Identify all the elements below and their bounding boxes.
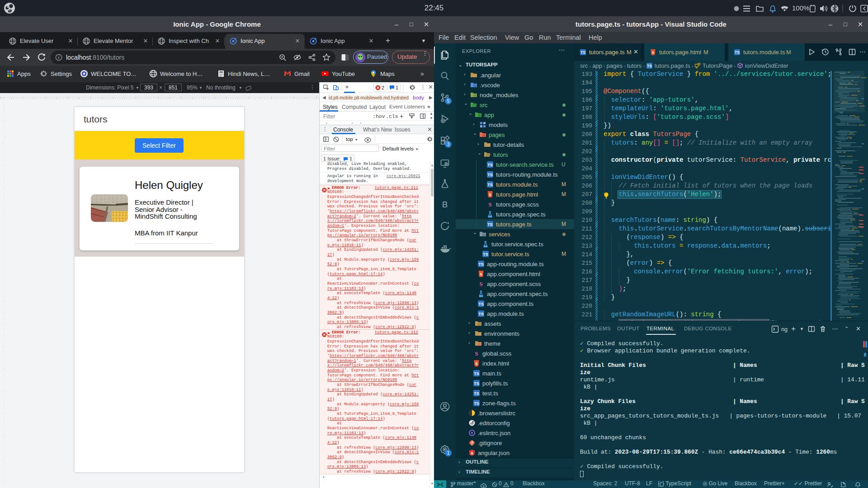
svg-text:B: B [442,200,448,209]
svg-text:TS: TS [735,50,740,55]
svg-text:TS: TS [487,183,493,187]
svg-text:TS: TS [478,302,484,306]
svg-text:TS: TS [474,371,479,376]
svg-text:5: 5 [480,272,482,277]
svg-text:TS: TS [483,252,488,257]
svg-text:TS: TS [478,312,484,316]
svg-text:TS: TS [487,222,493,227]
svg-text:S: S [475,350,478,357]
svg-text:TS: TS [474,401,479,406]
svg-text:TS: TS [478,262,484,267]
svg-text:5: 5 [476,361,478,366]
svg-text:TS: TS [647,64,652,68]
svg-text:5: 5 [652,51,654,55]
svg-text:TS: TS [487,173,493,177]
svg-text:TS: TS [474,391,479,396]
svg-text:S: S [479,281,482,287]
svg-text:TS: TS [474,381,479,386]
svg-text:A: A [471,451,474,455]
svg-text:TS: TS [487,163,493,167]
svg-text:S: S [488,201,491,208]
svg-text:5: 5 [489,192,491,197]
svg-text:TS: TS [580,50,585,55]
